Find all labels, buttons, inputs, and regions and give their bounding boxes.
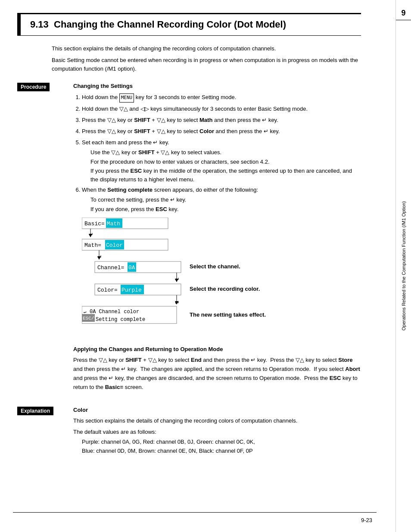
svg-text:Math: Math (107, 221, 120, 227)
explanation-content: Color This section explains the details … (73, 407, 361, 456)
step-3: Press the ▽△ key or SHIFT + ▽△ key to se… (82, 115, 361, 125)
procedure-label-col: Procedure (17, 83, 73, 398)
step5-extra1: Use the ▽△ key or SHIFT + ▽△ key to sele… (90, 148, 361, 157)
svg-text:Channel=: Channel= (97, 264, 125, 271)
color-defaults-2: Blue: channel 0D, 0M, Brown: channel 0E,… (82, 447, 361, 456)
step-2: Hold down the ▽△ and ◁▷ keys simultaneou… (82, 104, 361, 114)
svg-text:0A: 0A (128, 264, 135, 271)
sidebar-text: Operations Related to the Computation Fu… (401, 201, 406, 330)
procedure-label: Procedure (17, 83, 50, 91)
svg-text:Purple: Purple (121, 287, 142, 293)
page-number: 9-23 (361, 517, 372, 523)
bottom-line (13, 512, 377, 513)
intro-text-2: Basic Setting mode cannot be entered whe… (52, 57, 358, 72)
explanation-section: Explanation Color This section explains … (17, 407, 361, 456)
svg-text:Select the channel.: Select the channel. (190, 263, 240, 270)
svg-text:↵: ↵ (84, 309, 87, 314)
flow-diagram: Basic= Math ↵ Math= Color (82, 218, 361, 339)
svg-text:The new setting takes effect.: The new setting takes effect. (190, 311, 266, 318)
explanation-label-col: Explanation (17, 407, 73, 456)
chapter-header: 9.13 Changing the Channel Recording Colo… (17, 13, 361, 36)
steps-list: Hold down the MENU key for 3 seconds to … (73, 93, 361, 213)
step6-extra2: If you are done, press the ESC key. (90, 205, 361, 214)
svg-text:Color=: Color= (97, 287, 118, 293)
svg-text:Basic=: Basic= (84, 221, 105, 227)
svg-text:Select the recording color.: Select the recording color. (190, 286, 260, 292)
color-defaults-1: Purple: channel 0A, 0G, Red: channel 0B,… (82, 438, 361, 447)
chapter-number: 9.13 (30, 19, 49, 30)
procedure-content: Changing the Settings Hold down the MENU… (73, 83, 361, 398)
changing-settings-title: Changing the Settings (73, 83, 361, 89)
svg-text:Math=: Math= (84, 242, 101, 249)
procedure-section: Procedure Changing the Settings Hold dow… (17, 83, 361, 398)
svg-text:0A Channel color: 0A Channel color (90, 309, 139, 315)
chapter-title: 9.13 Changing the Channel Recording Colo… (26, 19, 361, 31)
step-4: Press the ▽△ key or SHIFT + ▽△ key to se… (82, 127, 361, 136)
step6-extra1: To correct the setting, press the ↵ key. (90, 196, 361, 204)
chapter-title-text: Changing the Channel Recording Color (Do… (54, 19, 286, 30)
step5-extra3: If you press the ESC key in the middle o… (90, 167, 361, 184)
color-text-2: The default values are as follows: (73, 428, 361, 436)
intro-paragraph-1: This section explains the details of cha… (52, 44, 361, 53)
step5-extra2: For the procedure on how to enter values… (90, 158, 361, 166)
color-text-1: This section explains the details of cha… (73, 417, 361, 425)
page-container: 9.13 Changing the Channel Recording Colo… (0, 0, 411, 532)
applying-title: Applying the Changes and Returning to Op… (73, 346, 361, 352)
right-sidebar: 9 Operations Related to the Computation … (395, 0, 411, 532)
intro-text-1: This section explains the details of cha… (52, 45, 276, 52)
applying-section: Applying the Changes and Returning to Op… (73, 346, 361, 392)
explanation-label: Explanation (17, 407, 53, 415)
step-6: When the Setting complete screen appears… (82, 185, 361, 213)
svg-text:Color: Color (106, 242, 123, 249)
intro-paragraph-2: Basic Setting mode cannot be entered whe… (52, 56, 361, 73)
sidebar-chapter-number: 9 (396, 9, 411, 20)
svg-text:Setting complete: Setting complete (96, 317, 145, 323)
color-subtitle: Color (73, 407, 361, 413)
diagram-svg: Basic= Math ↵ Math= Color (82, 218, 323, 338)
applying-text: Press the ▽△ key or SHIFT + ▽△ key to se… (73, 356, 361, 392)
menu-key: MENU (119, 93, 134, 103)
main-content: 9.13 Changing the Channel Recording Colo… (0, 0, 395, 532)
step-1: Hold down the MENU key for 3 seconds to … (82, 93, 361, 103)
step-5: Set each item and press the ↵ key. Use t… (82, 138, 361, 184)
svg-text:ESC/?: ESC/? (83, 316, 97, 321)
